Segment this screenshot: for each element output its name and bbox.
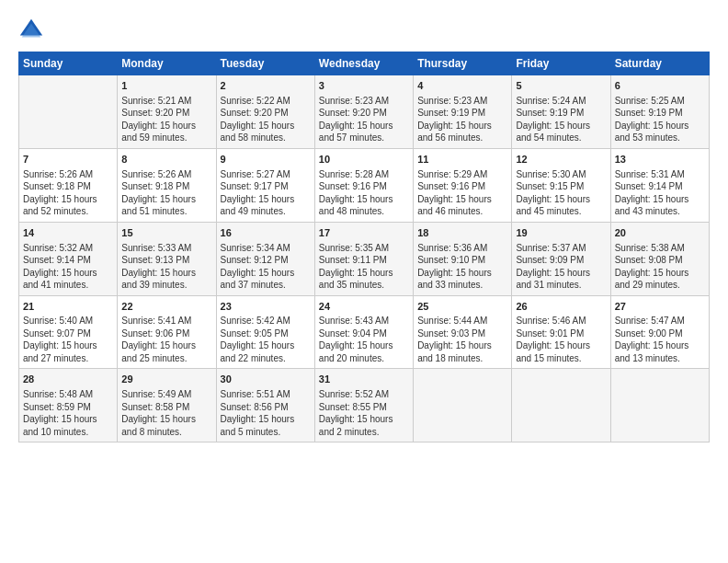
day-info-line: Sunset: 9:01 PM [516, 327, 606, 340]
day-info-line: Sunset: 9:20 PM [221, 107, 311, 120]
logo-icon [18, 17, 44, 42]
col-header-sunday: Sunday [19, 52, 118, 75]
header-row: SundayMondayTuesdayWednesdayThursdayFrid… [19, 52, 710, 75]
logo [18, 17, 48, 42]
day-info-line: Sunrise: 5:46 AM [516, 315, 606, 327]
day-info-line: and 35 minutes. [319, 279, 409, 292]
day-info-line: Sunrise: 5:31 AM [615, 168, 705, 181]
day-info-line: Daylight: 15 hours [615, 267, 705, 280]
calendar-cell: 28Sunrise: 5:48 AMSunset: 8:59 PMDayligh… [19, 369, 118, 442]
day-info-line: Daylight: 15 hours [221, 413, 311, 426]
calendar-cell: 12Sunrise: 5:30 AMSunset: 9:15 PMDayligh… [512, 148, 610, 222]
calendar-cell: 5Sunrise: 5:24 AMSunset: 9:19 PMDaylight… [512, 75, 610, 149]
day-info-line: and 52 minutes. [23, 205, 113, 218]
day-info-line: Sunset: 9:18 PM [121, 180, 211, 193]
day-info-line: Daylight: 15 hours [221, 193, 311, 206]
day-info-line: Sunset: 9:05 PM [221, 327, 311, 340]
day-info-line: and 46 minutes. [417, 205, 507, 218]
day-info-line: Daylight: 15 hours [319, 267, 409, 280]
day-info-line: and 15 minutes. [516, 352, 606, 365]
day-info-line: and 57 minutes. [319, 132, 409, 144]
day-info-line: Daylight: 15 hours [221, 339, 311, 352]
day-info-line: Sunset: 9:12 PM [221, 254, 311, 267]
col-header-friday: Friday [512, 52, 610, 75]
day-info-line: and 13 minutes. [615, 352, 705, 365]
day-info-line: Sunset: 8:59 PM [23, 401, 113, 414]
week-row: 21Sunrise: 5:40 AMSunset: 9:07 PMDayligh… [19, 295, 710, 369]
calendar-table: SundayMondayTuesdayWednesdayThursdayFrid… [18, 52, 710, 442]
calendar-cell [19, 75, 118, 149]
header [18, 17, 710, 42]
calendar-cell: 19Sunrise: 5:37 AMSunset: 9:09 PMDayligh… [512, 222, 610, 295]
day-number: 10 [319, 153, 409, 167]
col-header-saturday: Saturday [610, 52, 709, 75]
calendar-cell: 27Sunrise: 5:47 AMSunset: 9:00 PMDayligh… [610, 295, 709, 369]
day-info-line: Daylight: 15 hours [516, 193, 606, 206]
day-info-line: Sunrise: 5:37 AM [516, 242, 606, 255]
calendar-cell: 11Sunrise: 5:29 AMSunset: 9:16 PMDayligh… [414, 148, 512, 222]
day-info-line: Sunrise: 5:42 AM [221, 315, 311, 327]
day-info-line: Daylight: 15 hours [23, 413, 113, 426]
day-info-line: and 5 minutes. [221, 426, 311, 439]
day-info-line: and 54 minutes. [516, 132, 606, 144]
day-number: 4 [417, 79, 507, 93]
day-number: 21 [23, 300, 113, 314]
day-number: 19 [516, 226, 606, 240]
day-number: 11 [417, 153, 507, 167]
day-number: 16 [221, 226, 311, 240]
calendar-cell: 29Sunrise: 5:49 AMSunset: 8:58 PMDayligh… [118, 369, 216, 442]
day-info-line: and 58 minutes. [221, 132, 311, 144]
page: SundayMondayTuesdayWednesdayThursdayFrid… [0, 0, 728, 452]
col-header-tuesday: Tuesday [216, 52, 314, 75]
day-number: 26 [516, 300, 606, 314]
day-number: 30 [221, 373, 311, 386]
day-info-line: Sunrise: 5:23 AM [319, 95, 409, 108]
day-info-line: Daylight: 15 hours [516, 339, 606, 352]
day-info-line: Sunrise: 5:30 AM [516, 168, 606, 181]
day-number: 8 [121, 153, 211, 167]
day-info-line: Sunrise: 5:52 AM [319, 388, 409, 401]
day-info-line: and 31 minutes. [516, 279, 606, 292]
day-info-line: Sunrise: 5:33 AM [121, 242, 211, 255]
day-info-line: Sunrise: 5:28 AM [319, 168, 409, 181]
day-info-line: Daylight: 15 hours [121, 413, 211, 426]
day-info-line: Daylight: 15 hours [23, 267, 113, 280]
day-number: 2 [221, 79, 311, 93]
day-info-line: and 20 minutes. [319, 352, 409, 365]
day-info-line: Daylight: 15 hours [319, 193, 409, 206]
calendar-cell: 8Sunrise: 5:26 AMSunset: 9:18 PMDaylight… [118, 148, 216, 222]
day-number: 18 [417, 226, 507, 240]
day-info-line: and 18 minutes. [417, 352, 507, 365]
day-info-line: Sunset: 9:13 PM [121, 254, 211, 267]
day-info-line: and 2 minutes. [319, 426, 409, 439]
day-info-line: Sunrise: 5:34 AM [221, 242, 311, 255]
day-info-line: Sunset: 9:07 PM [23, 327, 113, 340]
day-info-line: Sunset: 9:09 PM [516, 254, 606, 267]
day-info-line: Daylight: 15 hours [121, 267, 211, 280]
day-info-line: Sunset: 9:06 PM [121, 327, 211, 340]
day-number: 22 [121, 300, 211, 314]
day-info-line: Daylight: 15 hours [615, 120, 705, 132]
day-info-line: and 56 minutes. [417, 132, 507, 144]
day-info-line: Sunrise: 5:36 AM [417, 242, 507, 255]
day-info-line: Sunset: 9:16 PM [417, 180, 507, 193]
calendar-cell [512, 369, 610, 442]
day-info-line: Sunset: 9:15 PM [516, 180, 606, 193]
day-number: 15 [121, 226, 211, 240]
day-info-line: Sunrise: 5:26 AM [23, 168, 113, 181]
calendar-cell: 1Sunrise: 5:21 AMSunset: 9:20 PMDaylight… [118, 75, 216, 149]
day-info-line: Sunset: 9:19 PM [615, 107, 705, 120]
day-number: 3 [319, 79, 409, 93]
calendar-cell: 3Sunrise: 5:23 AMSunset: 9:20 PMDaylight… [314, 75, 413, 149]
day-info-line: Sunset: 9:11 PM [319, 254, 409, 267]
day-info-line: Sunrise: 5:47 AM [615, 315, 705, 327]
day-info-line: and 41 minutes. [23, 279, 113, 292]
day-info-line: Sunrise: 5:49 AM [121, 388, 211, 401]
day-info-line: and 37 minutes. [221, 279, 311, 292]
day-info-line: Sunrise: 5:23 AM [417, 95, 507, 108]
day-number: 27 [615, 300, 705, 314]
calendar-cell: 31Sunrise: 5:52 AMSunset: 8:55 PMDayligh… [314, 369, 413, 442]
day-info-line: Daylight: 15 hours [221, 267, 311, 280]
week-row: 14Sunrise: 5:32 AMSunset: 9:14 PMDayligh… [19, 222, 710, 295]
day-info-line: Sunset: 9:20 PM [121, 107, 211, 120]
